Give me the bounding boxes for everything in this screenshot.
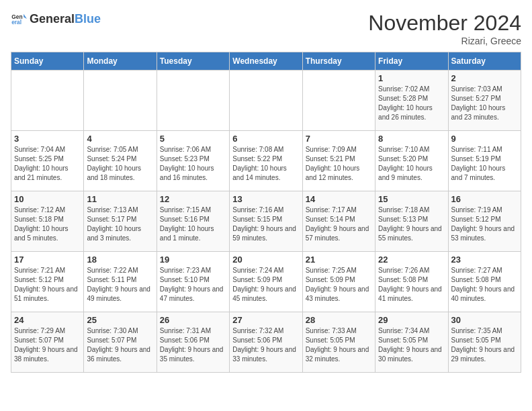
header-tuesday: Tuesday bbox=[157, 52, 229, 71]
day-number: 18 bbox=[87, 255, 153, 265]
day-number: 8 bbox=[378, 134, 445, 144]
day-number: 3 bbox=[14, 134, 81, 144]
day-number: 5 bbox=[160, 134, 226, 144]
header-friday: Friday bbox=[375, 52, 448, 71]
logo-general: General bbox=[30, 12, 75, 26]
day-info: Sunrise: 7:29 AM Sunset: 5:07 PM Dayligh… bbox=[14, 326, 81, 364]
day-number: 16 bbox=[451, 194, 518, 204]
calendar-cell bbox=[230, 71, 302, 131]
day-info: Sunrise: 7:21 AM Sunset: 5:12 PM Dayligh… bbox=[14, 266, 81, 304]
title-area: November 2024 Rizari, Greece bbox=[368, 11, 521, 46]
day-number: 27 bbox=[232, 315, 299, 325]
month-title: November 2024 bbox=[368, 11, 521, 36]
day-info: Sunrise: 7:08 AM Sunset: 5:22 PM Dayligh… bbox=[232, 145, 299, 183]
calendar-cell: 15Sunrise: 7:18 AM Sunset: 5:13 PM Dayli… bbox=[375, 191, 448, 252]
day-info: Sunrise: 7:02 AM Sunset: 5:28 PM Dayligh… bbox=[378, 85, 445, 122]
header-monday: Monday bbox=[84, 52, 157, 71]
day-number: 11 bbox=[87, 194, 153, 204]
day-info: Sunrise: 7:04 AM Sunset: 5:25 PM Dayligh… bbox=[14, 145, 81, 183]
calendar-cell: 20Sunrise: 7:24 AM Sunset: 5:09 PM Dayli… bbox=[230, 252, 302, 312]
calendar-header-row: SundayMondayTuesdayWednesdayThursdayFrid… bbox=[11, 52, 521, 71]
day-info: Sunrise: 7:32 AM Sunset: 5:06 PM Dayligh… bbox=[232, 326, 299, 364]
day-number: 20 bbox=[232, 255, 299, 265]
calendar-cell: 10Sunrise: 7:12 AM Sunset: 5:18 PM Dayli… bbox=[11, 191, 84, 252]
day-number: 14 bbox=[306, 194, 372, 204]
day-number: 17 bbox=[14, 255, 81, 265]
calendar-cell: 19Sunrise: 7:23 AM Sunset: 5:10 PM Dayli… bbox=[157, 252, 229, 312]
calendar-cell: 22Sunrise: 7:26 AM Sunset: 5:08 PM Dayli… bbox=[375, 252, 448, 312]
day-number: 4 bbox=[87, 134, 153, 144]
calendar-cell: 30Sunrise: 7:35 AM Sunset: 5:05 PM Dayli… bbox=[448, 312, 521, 373]
week-row-5: 24Sunrise: 7:29 AM Sunset: 5:07 PM Dayli… bbox=[11, 312, 521, 373]
logo-wordmark: GeneralBlue bbox=[30, 12, 101, 26]
day-number: 24 bbox=[14, 315, 81, 325]
day-info: Sunrise: 7:26 AM Sunset: 5:08 PM Dayligh… bbox=[378, 266, 445, 304]
header-sunday: Sunday bbox=[11, 52, 84, 71]
calendar-cell: 26Sunrise: 7:31 AM Sunset: 5:06 PM Dayli… bbox=[157, 312, 229, 373]
day-number: 12 bbox=[160, 194, 226, 204]
day-number: 6 bbox=[232, 134, 299, 144]
generalblue-icon: Gen eral bbox=[11, 11, 27, 27]
calendar-cell: 23Sunrise: 7:27 AM Sunset: 5:08 PM Dayli… bbox=[448, 252, 521, 312]
day-info: Sunrise: 7:30 AM Sunset: 5:07 PM Dayligh… bbox=[87, 326, 153, 364]
day-info: Sunrise: 7:27 AM Sunset: 5:08 PM Dayligh… bbox=[451, 266, 518, 304]
day-number: 15 bbox=[378, 194, 445, 204]
calendar-cell: 9Sunrise: 7:11 AM Sunset: 5:19 PM Daylig… bbox=[448, 131, 521, 191]
day-info: Sunrise: 7:31 AM Sunset: 5:06 PM Dayligh… bbox=[160, 326, 226, 364]
calendar-cell: 28Sunrise: 7:33 AM Sunset: 5:05 PM Dayli… bbox=[302, 312, 375, 373]
day-info: Sunrise: 7:35 AM Sunset: 5:05 PM Dayligh… bbox=[451, 326, 518, 364]
calendar-cell: 25Sunrise: 7:30 AM Sunset: 5:07 PM Dayli… bbox=[84, 312, 157, 373]
day-info: Sunrise: 7:10 AM Sunset: 5:20 PM Dayligh… bbox=[378, 145, 445, 183]
calendar-cell: 11Sunrise: 7:13 AM Sunset: 5:17 PM Dayli… bbox=[84, 191, 157, 252]
calendar-cell bbox=[84, 71, 157, 131]
calendar-cell: 12Sunrise: 7:15 AM Sunset: 5:16 PM Dayli… bbox=[157, 191, 229, 252]
day-number: 22 bbox=[378, 255, 445, 265]
day-info: Sunrise: 7:09 AM Sunset: 5:21 PM Dayligh… bbox=[306, 145, 372, 183]
logo: Gen eral GeneralBlue bbox=[11, 11, 101, 27]
day-number: 9 bbox=[451, 134, 518, 144]
calendar-cell: 3Sunrise: 7:04 AM Sunset: 5:25 PM Daylig… bbox=[11, 131, 84, 191]
calendar-cell bbox=[11, 71, 84, 131]
calendar-cell: 16Sunrise: 7:19 AM Sunset: 5:12 PM Dayli… bbox=[448, 191, 521, 252]
day-info: Sunrise: 7:25 AM Sunset: 5:09 PM Dayligh… bbox=[306, 266, 372, 304]
day-info: Sunrise: 7:03 AM Sunset: 5:27 PM Dayligh… bbox=[451, 85, 518, 122]
calendar-cell: 29Sunrise: 7:34 AM Sunset: 5:05 PM Dayli… bbox=[375, 312, 448, 373]
day-info: Sunrise: 7:16 AM Sunset: 5:15 PM Dayligh… bbox=[232, 205, 299, 243]
day-info: Sunrise: 7:23 AM Sunset: 5:10 PM Dayligh… bbox=[160, 266, 226, 304]
calendar-cell: 8Sunrise: 7:10 AM Sunset: 5:20 PM Daylig… bbox=[375, 131, 448, 191]
page-header: Gen eral GeneralBlue November 2024 Rizar… bbox=[11, 11, 521, 46]
calendar-cell: 14Sunrise: 7:17 AM Sunset: 5:14 PM Dayli… bbox=[302, 191, 375, 252]
header-saturday: Saturday bbox=[448, 52, 521, 71]
day-number: 7 bbox=[306, 134, 372, 144]
day-info: Sunrise: 7:12 AM Sunset: 5:18 PM Dayligh… bbox=[14, 205, 81, 243]
calendar-cell: 2Sunrise: 7:03 AM Sunset: 5:27 PM Daylig… bbox=[448, 71, 521, 131]
calendar-cell: 17Sunrise: 7:21 AM Sunset: 5:12 PM Dayli… bbox=[11, 252, 84, 312]
day-number: 21 bbox=[306, 255, 372, 265]
week-row-1: 1Sunrise: 7:02 AM Sunset: 5:28 PM Daylig… bbox=[11, 71, 521, 131]
calendar-cell: 18Sunrise: 7:22 AM Sunset: 5:11 PM Dayli… bbox=[84, 252, 157, 312]
day-info: Sunrise: 7:15 AM Sunset: 5:16 PM Dayligh… bbox=[160, 205, 226, 243]
week-row-2: 3Sunrise: 7:04 AM Sunset: 5:25 PM Daylig… bbox=[11, 131, 521, 191]
week-row-4: 17Sunrise: 7:21 AM Sunset: 5:12 PM Dayli… bbox=[11, 252, 521, 312]
day-info: Sunrise: 7:18 AM Sunset: 5:13 PM Dayligh… bbox=[378, 205, 445, 243]
day-info: Sunrise: 7:17 AM Sunset: 5:14 PM Dayligh… bbox=[306, 205, 372, 243]
day-number: 26 bbox=[160, 315, 226, 325]
calendar-cell: 24Sunrise: 7:29 AM Sunset: 5:07 PM Dayli… bbox=[11, 312, 84, 373]
day-info: Sunrise: 7:13 AM Sunset: 5:17 PM Dayligh… bbox=[87, 205, 153, 243]
calendar-cell bbox=[302, 71, 375, 131]
day-number: 19 bbox=[160, 255, 226, 265]
day-number: 10 bbox=[14, 194, 81, 204]
calendar-cell bbox=[157, 71, 229, 131]
day-number: 23 bbox=[451, 255, 518, 265]
day-info: Sunrise: 7:33 AM Sunset: 5:05 PM Dayligh… bbox=[306, 326, 372, 364]
day-number: 28 bbox=[306, 315, 372, 325]
header-wednesday: Wednesday bbox=[230, 52, 302, 71]
logo-blue: Blue bbox=[75, 12, 101, 26]
day-info: Sunrise: 7:06 AM Sunset: 5:23 PM Dayligh… bbox=[160, 145, 226, 183]
day-number: 29 bbox=[378, 315, 445, 325]
day-number: 1 bbox=[378, 73, 445, 83]
day-number: 13 bbox=[232, 194, 299, 204]
calendar-table: SundayMondayTuesdayWednesdayThursdayFrid… bbox=[11, 52, 521, 373]
day-info: Sunrise: 7:05 AM Sunset: 5:24 PM Dayligh… bbox=[87, 145, 153, 183]
calendar-cell: 5Sunrise: 7:06 AM Sunset: 5:23 PM Daylig… bbox=[157, 131, 229, 191]
